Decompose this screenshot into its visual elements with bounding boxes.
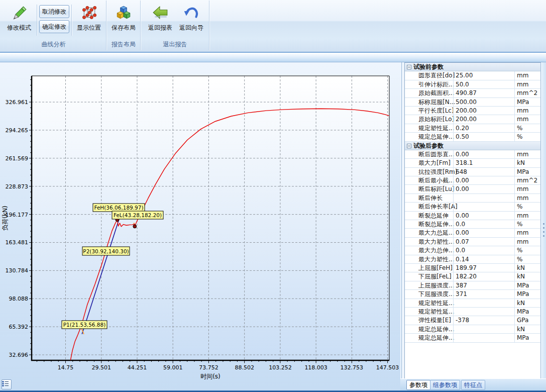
column-separator (453, 203, 454, 211)
return-report-button[interactable]: 返回报表 (144, 2, 176, 39)
param-unit: % (517, 221, 522, 228)
param-unit: mm (517, 185, 528, 193)
param-row[interactable]: 抗拉强度[Rm]648MPa (405, 168, 540, 176)
column-separator (453, 176, 454, 184)
return-wizard-label: 返回向导 (175, 24, 207, 31)
param-unit: MPa (517, 290, 529, 298)
column-separator (453, 107, 454, 115)
annotation-box-3[interactable]: FeL(43.28,182.20) (112, 211, 163, 219)
annotation-box-0[interactable]: P1(21.53,56.88) (62, 321, 107, 329)
modify-mode-button[interactable]: 修改模式 (3, 2, 35, 39)
param-row[interactable]: 标称屈服[N...500.00MPa (405, 98, 540, 107)
param-row[interactable]: 最大力总伸...0.0% (405, 246, 540, 255)
save-layout-button[interactable]: 保存布局 (107, 2, 140, 39)
confirm-modify-button[interactable]: 确定修改 (39, 20, 69, 33)
param-value: 0.00 (456, 185, 469, 193)
annotation-box-1[interactable]: P2(30.92,140.30) (82, 247, 130, 255)
column-separator (514, 176, 515, 184)
param-row[interactable]: 上屈服[FeH]189.97kN (405, 264, 540, 272)
param-row[interactable]: 下屈服强度...371MPa (405, 290, 540, 299)
column-separator (514, 290, 515, 298)
column-separator (453, 325, 454, 333)
column-separator (514, 238, 515, 246)
param-value: 490.87 (456, 89, 477, 97)
param-row[interactable]: 最大力[Fm]318.1kN (405, 159, 540, 167)
param-row[interactable]: 断裂总延伸0.00mm (405, 212, 540, 220)
svg-text:14.75: 14.75 (58, 364, 74, 371)
param-unit: MPa (517, 334, 529, 342)
param-row[interactable]: 规定塑性延...kN (405, 299, 540, 308)
collapse-minus-icon[interactable] (407, 65, 411, 69)
return-report-label: 返回报表 (144, 24, 176, 31)
param-value: 200.00 (456, 107, 477, 115)
param-row[interactable]: 规定总延伸...MPa (405, 334, 540, 342)
plot-area (32, 76, 389, 360)
param-name: 抗拉强度[Rm] (418, 168, 457, 176)
param-row[interactable]: 规定总延伸...0.50% (405, 133, 540, 141)
param-row[interactable]: 引伸计标距...50.0mm (405, 80, 540, 89)
svg-text:32.696: 32.696 (9, 352, 29, 358)
param-name: 最大力总伸... (418, 247, 454, 254)
param-row[interactable]: 断后圆形直...0.00mm (405, 150, 540, 159)
column-separator (514, 150, 515, 158)
param-name: 断裂总延伸... (418, 221, 454, 228)
param-row[interactable]: 上屈服强度...387MPa (405, 281, 540, 290)
toolbar-separator (71, 5, 72, 36)
param-row[interactable]: 圆形直径[do]25.00mm (405, 71, 540, 80)
panel-list-icon-button[interactable] (2, 379, 12, 389)
param-name: 圆形直径[do] (418, 72, 455, 79)
column-separator (514, 281, 515, 289)
svg-text:FeL(43.28,182.20): FeL(43.28,182.20) (114, 212, 162, 218)
tab-参数项[interactable]: 参数项 (406, 380, 430, 390)
return-wizard-button[interactable]: 返回向导 (175, 2, 207, 39)
undo-arrow-icon (183, 4, 200, 21)
param-row[interactable]: 弹性模量[E]-378GPa (405, 316, 540, 325)
column-separator (514, 124, 515, 132)
param-row[interactable]: 断后最小截...0.00mm^2 (405, 176, 540, 185)
param-row[interactable]: 原始截面积...490.87mm^2 (405, 89, 540, 97)
collapse-minus-icon[interactable] (407, 144, 411, 148)
column-separator (514, 316, 515, 324)
panel-scrollbar[interactable] (540, 62, 546, 378)
param-row[interactable]: 规定塑性延...0.20% (405, 124, 540, 133)
param-row[interactable]: 原始标距[Lo]200.00mm (405, 115, 540, 124)
param-row[interactable]: 平行长度[Lc]200.00mm (405, 107, 540, 115)
param-value: 0.0 (456, 221, 465, 228)
vertical-splitter[interactable] (400, 62, 404, 390)
param-value: 371 (456, 290, 467, 298)
ribbon-group-label-exit-report: 退出报告 (141, 41, 209, 48)
column-separator (514, 133, 515, 141)
annotation-box-2[interactable]: FeH(36.06,189.97) (93, 204, 145, 212)
param-name: 引伸计标距... (418, 81, 454, 88)
column-separator (514, 185, 515, 193)
tab-特征点[interactable]: 特征点 (461, 380, 485, 390)
param-row[interactable]: 规定塑性延...MPa (405, 308, 540, 316)
cancel-modify-button[interactable]: 取消修改 (39, 5, 69, 18)
param-row[interactable]: 最大力总延...0.00mm (405, 229, 540, 237)
param-row[interactable]: 最大力塑性...0.07mm (405, 238, 540, 246)
param-row[interactable]: 断后伸长率[A]% (405, 203, 540, 211)
param-value: 189.97 (456, 264, 477, 272)
param-value: 0.50 (456, 133, 469, 141)
param-row[interactable]: 断裂总延伸...0.0% (405, 220, 540, 229)
param-name: 最大力塑性... (418, 238, 454, 246)
show-position-button[interactable]: 显示位置 (73, 2, 105, 39)
tab-组参数项[interactable]: 组参数项 (430, 380, 460, 390)
column-separator (514, 71, 515, 79)
column-separator (453, 229, 454, 237)
column-separator (514, 168, 515, 176)
svg-text:228.873: 228.873 (6, 183, 29, 190)
param-unit: mm (517, 81, 528, 88)
marker-FeL[interactable] (133, 225, 137, 228)
param-row[interactable]: 下屈服[FeL]182.20kN (405, 272, 540, 281)
param-row[interactable]: 断后伸长mm (405, 194, 540, 203)
param-row[interactable]: 最大力塑性...0.14% (405, 255, 540, 264)
param-section-header[interactable]: 试验后参数 (405, 142, 540, 150)
param-section-header[interactable]: 试验前参数 (405, 63, 540, 71)
column-separator (514, 299, 515, 307)
param-row[interactable]: 规定总延伸...kN (405, 325, 540, 334)
svg-text:163.481: 163.481 (6, 239, 29, 246)
param-value: 182.20 (456, 273, 477, 280)
svg-text:261.569: 261.569 (6, 155, 29, 162)
param-row[interactable]: 断后标距[Lu]0.00mm (405, 185, 540, 193)
